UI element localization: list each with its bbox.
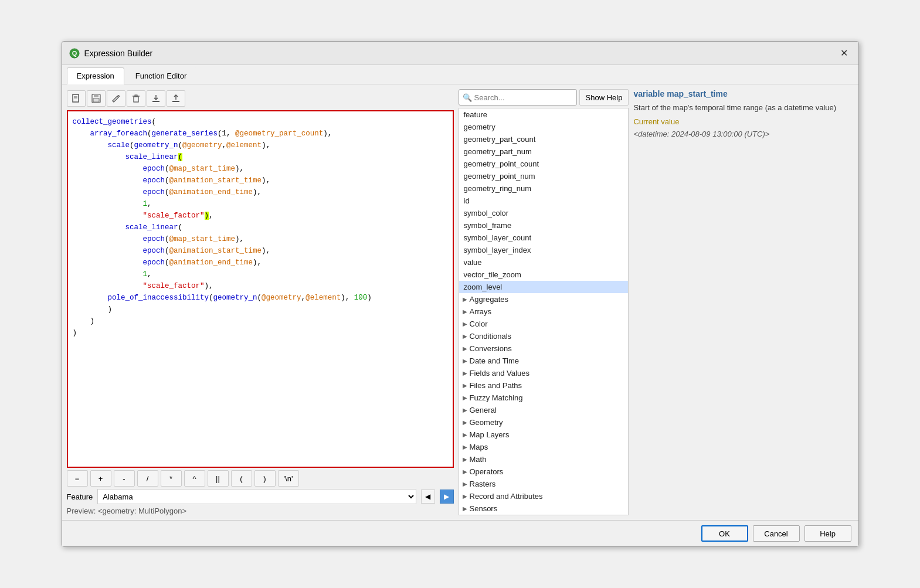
- category-color[interactable]: ▶Color: [459, 318, 629, 330]
- help-current-label: Current value: [633, 117, 853, 126]
- delete-button[interactable]: [127, 90, 145, 107]
- category-geometry[interactable]: ▶Geometry: [459, 416, 629, 429]
- list-item-value[interactable]: value: [459, 256, 629, 268]
- main-content: collect_geometries( array_foreach(genera…: [62, 84, 858, 520]
- dialog-title: Expression Builder: [84, 49, 153, 58]
- cancel-button[interactable]: Cancel: [753, 525, 800, 542]
- list-item-zoom-level[interactable]: zoom_level: [459, 281, 629, 293]
- close-button[interactable]: ✕: [837, 46, 851, 60]
- operators-row: = + - / * ^ || ( ) '\n': [67, 470, 454, 487]
- title-bar: Q Expression Builder ✕: [62, 42, 858, 65]
- svg-text:Q: Q: [72, 50, 77, 57]
- show-help-button[interactable]: Show Help: [579, 89, 629, 106]
- search-input[interactable]: [474, 93, 573, 102]
- help-title: variable map_start_time: [633, 89, 853, 98]
- category-aggregates[interactable]: ▶Aggregates: [459, 293, 629, 305]
- search-input-wrap[interactable]: 🔍: [459, 89, 577, 106]
- list-item-symbol-frame[interactable]: symbol_frame: [459, 219, 629, 232]
- category-maps[interactable]: ▶Maps: [459, 441, 629, 453]
- left-panel: collect_geometries( array_foreach(genera…: [67, 89, 454, 515]
- category-conversions[interactable]: ▶Conversions: [459, 342, 629, 355]
- op-plus[interactable]: +: [90, 470, 111, 487]
- feature-row: Feature Alabama ◀ ▶: [67, 489, 454, 504]
- new-button[interactable]: [67, 90, 86, 107]
- category-record-attributes[interactable]: ▶Record and Attributes: [459, 490, 629, 502]
- export-button[interactable]: [167, 90, 185, 107]
- help-button[interactable]: Help: [804, 525, 851, 542]
- list-item-geometry[interactable]: geometry: [459, 121, 629, 133]
- op-minus[interactable]: -: [114, 470, 135, 487]
- prev-feature-button[interactable]: ◀: [421, 490, 435, 504]
- list-item-geometry-ring-num[interactable]: geometry_ring_num: [459, 182, 629, 195]
- svg-rect-8: [134, 97, 138, 102]
- function-list: feature geometry geometry_part_count geo…: [459, 108, 629, 515]
- app-icon: Q: [69, 48, 80, 59]
- bottom-bar: OK Cancel Help: [62, 520, 858, 546]
- list-item-symbol-layer-count[interactable]: symbol_layer_count: [459, 232, 629, 244]
- toolbar: [67, 89, 454, 108]
- op-concat[interactable]: ||: [208, 470, 229, 487]
- op-open-paren[interactable]: (: [231, 470, 252, 487]
- help-current-value: <datetime: 2024-08-09 13:00:00 (UTC)>: [633, 130, 853, 138]
- help-description: Start of the map's temporal time range (…: [633, 102, 853, 114]
- title-bar-left: Q Expression Builder: [69, 48, 153, 59]
- category-conditionals[interactable]: ▶Conditionals: [459, 330, 629, 342]
- svg-rect-7: [93, 98, 99, 102]
- op-power[interactable]: ^: [184, 470, 205, 487]
- preview-row: Preview: <geometry: MultiPolygon>: [67, 507, 454, 515]
- list-item-feature[interactable]: feature: [459, 108, 629, 121]
- op-equals[interactable]: =: [67, 470, 88, 487]
- save-button[interactable]: [87, 90, 106, 107]
- list-item-geometry-part-num[interactable]: geometry_part_num: [459, 145, 629, 158]
- ok-button[interactable]: OK: [701, 525, 748, 542]
- list-item-geometry-point-count[interactable]: geometry_point_count: [459, 158, 629, 170]
- tabs-bar: Expression Function Editor: [62, 65, 858, 84]
- category-fields-values[interactable]: ▶Fields and Values: [459, 367, 629, 379]
- category-arrays[interactable]: ▶Arrays: [459, 305, 629, 318]
- category-sensors[interactable]: ▶Sensors: [459, 502, 629, 515]
- tab-function-editor[interactable]: Function Editor: [125, 67, 196, 84]
- list-item-geometry-point-num[interactable]: geometry_point_num: [459, 170, 629, 182]
- op-multiply[interactable]: *: [161, 470, 182, 487]
- expression-builder-dialog: Q Expression Builder ✕ Expression Functi…: [62, 41, 859, 547]
- category-operators[interactable]: ▶Operators: [459, 465, 629, 478]
- feature-label: Feature: [67, 492, 93, 501]
- category-general[interactable]: ▶General: [459, 404, 629, 416]
- tab-expression[interactable]: Expression: [67, 67, 124, 84]
- right-panel: variable map_start_time Start of the map…: [633, 89, 853, 515]
- list-item-geometry-part-count[interactable]: geometry_part_count: [459, 133, 629, 145]
- preview-value: <geometry: MultiPolygon>: [98, 507, 186, 515]
- middle-panel: 🔍 Show Help feature geometry geometry_pa…: [459, 89, 629, 515]
- category-map-layers[interactable]: ▶Map Layers: [459, 429, 629, 441]
- category-rasters[interactable]: ▶Rasters: [459, 478, 629, 490]
- edit-button[interactable]: [107, 90, 125, 107]
- op-close-paren[interactable]: ): [254, 470, 276, 487]
- svg-rect-11: [152, 101, 159, 102]
- op-newline[interactable]: '\n': [278, 470, 299, 487]
- svg-rect-10: [135, 95, 137, 96]
- svg-rect-6: [94, 94, 99, 97]
- category-date-time[interactable]: ▶Date and Time: [459, 355, 629, 367]
- next-feature-button[interactable]: ▶: [440, 490, 454, 504]
- feature-select[interactable]: Alabama: [97, 489, 416, 504]
- search-icon: 🔍: [463, 93, 472, 102]
- search-row: 🔍 Show Help: [459, 89, 629, 106]
- list-item-vector-tile-zoom[interactable]: vector_tile_zoom: [459, 268, 629, 281]
- preview-label: Preview:: [67, 507, 96, 515]
- category-math[interactable]: ▶Math: [459, 453, 629, 465]
- svg-rect-12: [172, 101, 179, 102]
- code-editor[interactable]: collect_geometries( array_foreach(genera…: [67, 110, 454, 468]
- op-divide[interactable]: /: [137, 470, 158, 487]
- list-item-symbol-color[interactable]: symbol_color: [459, 207, 629, 219]
- list-item-symbol-layer-index[interactable]: symbol_layer_index: [459, 244, 629, 256]
- list-item-id[interactable]: id: [459, 195, 629, 207]
- category-fuzzy-matching[interactable]: ▶Fuzzy Matching: [459, 392, 629, 404]
- import-button[interactable]: [147, 90, 165, 107]
- category-files-paths[interactable]: ▶Files and Paths: [459, 379, 629, 392]
